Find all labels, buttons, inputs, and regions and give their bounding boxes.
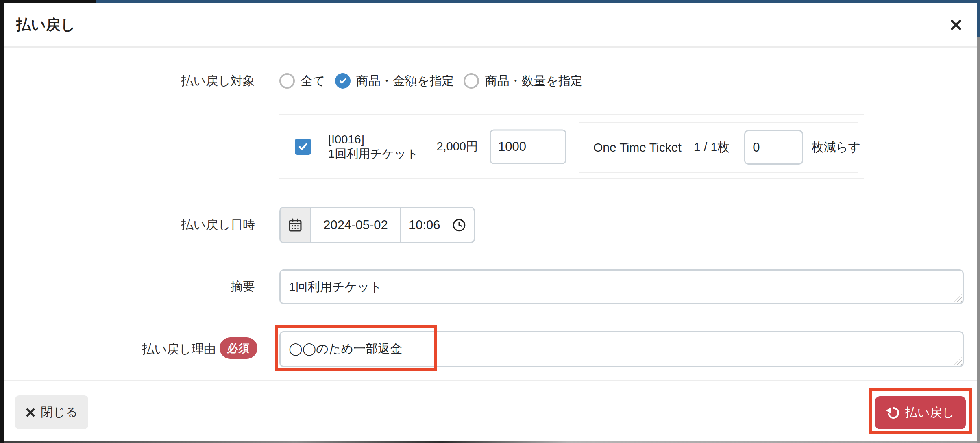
refund-datetime-row: 払い戻し日時 [4, 207, 977, 243]
close-button[interactable]: 閉じる [15, 395, 88, 429]
summary-label: 摘要 [4, 269, 255, 304]
refund-button[interactable]: 払い戻し [875, 396, 966, 429]
reason-row: 払い戻し理由 必須 ◯◯のため一部返金 [4, 331, 977, 367]
radio-unchecked-icon[interactable] [464, 73, 479, 89]
reason-field-wrap: ◯◯のため一部返金 [279, 331, 964, 367]
close-icon[interactable] [947, 15, 965, 34]
refund-modal: 払い戻し 払い戻し対象 全て 商品・金額を指定 [4, 3, 977, 441]
reason-label: 払い戻し理由 [4, 331, 216, 367]
refund-button-label: 払い戻し [905, 404, 954, 421]
modal-footer: 閉じる 払い戻し [4, 380, 977, 441]
page-behind-top-bar [0, 0, 980, 3]
check-icon [297, 141, 309, 152]
summary-textarea[interactable]: 1回利用チケット [279, 269, 964, 304]
ticket-count: 1 / 1枚 [694, 139, 730, 156]
page-behind-bottom-edge [4, 441, 977, 443]
clock-icon [452, 218, 466, 232]
ticket-reduce-input[interactable] [744, 130, 803, 165]
radio-unchecked-icon[interactable] [279, 73, 295, 89]
refund-datetime-label: 払い戻し日時 [4, 207, 255, 243]
radio-option-label: 商品・金額を指定 [356, 73, 454, 89]
radio-checked-icon[interactable] [335, 73, 351, 89]
undo-icon [886, 406, 900, 420]
refund-target-radio-group: 全て 商品・金額を指定 商品・数量を指定 [279, 68, 583, 93]
calendar-addon-button[interactable] [281, 208, 311, 242]
radio-option-label: 商品・数量を指定 [485, 73, 583, 89]
page-behind-right-edge [977, 0, 980, 443]
radio-option-quantity[interactable]: 商品・数量を指定 [464, 73, 583, 89]
product-row: [I0016] 1回利用チケット 2,000円 One Time Ticket … [279, 114, 864, 179]
ticket-reduce-suffix: 枚減らす [811, 139, 860, 156]
time-input[interactable] [409, 218, 446, 232]
radio-option-all[interactable]: 全て [279, 73, 325, 89]
x-icon [949, 18, 963, 32]
radio-option-label: 全て [301, 73, 325, 89]
required-badge: 必須 [220, 337, 257, 359]
datetime-picker [279, 207, 475, 243]
x-icon [25, 407, 36, 418]
summary-field-wrap: 1回利用チケット [279, 269, 964, 304]
radio-option-amount[interactable]: 商品・金額を指定 [335, 73, 454, 89]
refund-target-row: 払い戻し対象 全て 商品・金額を指定 商品・数量を指定 [4, 68, 977, 93]
modal-header: 払い戻し [4, 3, 977, 48]
reason-textarea[interactable]: ◯◯のため一部返金 [279, 331, 964, 367]
refund-target-label: 払い戻し対象 [4, 68, 255, 93]
modal-title: 払い戻し [16, 3, 76, 46]
ticket-name: One Time Ticket [593, 141, 682, 154]
refund-amount-input[interactable] [490, 129, 566, 164]
summary-row: 摘要 1回利用チケット [4, 269, 977, 304]
page-behind-left-edge [0, 0, 4, 443]
time-cell [401, 208, 474, 242]
date-input[interactable] [311, 208, 400, 242]
product-price: 2,000円 [405, 139, 478, 155]
close-button-label: 閉じる [41, 404, 78, 421]
product-checkbox[interactable] [295, 139, 311, 155]
calendar-icon [287, 217, 303, 233]
check-icon [338, 76, 348, 86]
ticket-detail-row: One Time Ticket 1 / 1枚 枚減らす [579, 122, 858, 173]
